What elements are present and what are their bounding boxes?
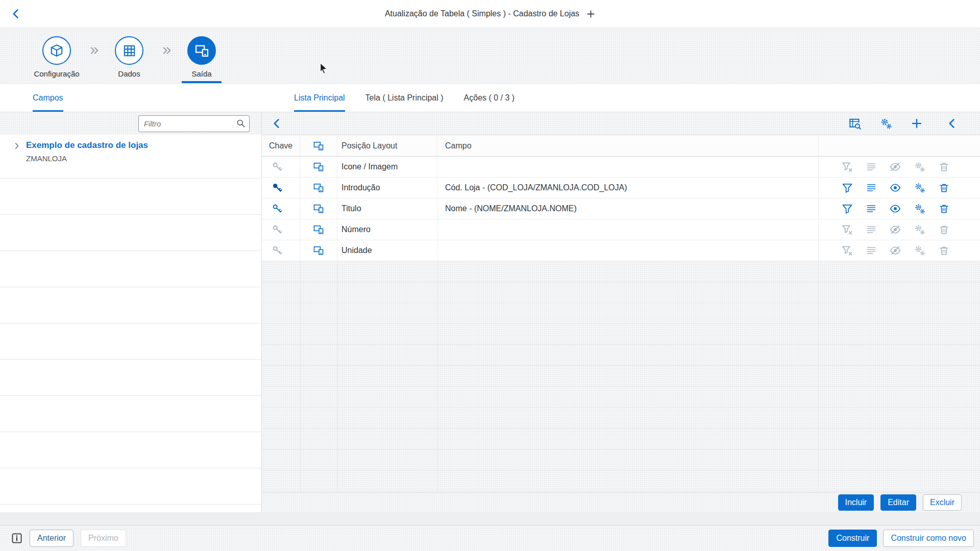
column-divider (818, 261, 819, 492)
fields-panel: Exemplo de cadastro de lojas ZMANLOJA (0, 112, 262, 512)
step-separator-chevrons-icon (162, 45, 172, 56)
text-lines-icon (866, 162, 876, 172)
key-icon[interactable] (272, 183, 282, 193)
delete-icon[interactable] (939, 183, 949, 193)
text-lines-icon[interactable] (866, 204, 876, 214)
tree-item-title: Exemplo de cadastro de lojas (26, 139, 256, 152)
table-grid-icon (123, 44, 136, 57)
filter-icon[interactable] (842, 203, 853, 214)
cell-posicao: Titulo (337, 198, 437, 219)
incluir-button[interactable]: Incluir (838, 494, 874, 511)
step-label: Saída (191, 69, 211, 78)
header-posicao-layout: Posição Layout (337, 135, 437, 156)
header-layout-icon (300, 135, 337, 156)
tree-item-subtitle: ZMANLOJA (26, 152, 256, 165)
delete-icon (939, 224, 949, 235)
text-lines-icon (866, 224, 876, 235)
proximo-button: Próximo (81, 530, 126, 547)
clear-filter-icon (842, 245, 853, 256)
expand-chevron-icon[interactable] (13, 142, 20, 149)
search-icon[interactable] (236, 119, 246, 128)
message-info-button[interactable] (11, 533, 22, 544)
tabs-row: Campos Lista Principal Tela ( Lista Prin… (0, 84, 980, 112)
tab-label: Tela ( Lista Principal ) (365, 93, 444, 103)
info-icon (11, 533, 22, 544)
row-actions (819, 219, 980, 240)
settings-button[interactable] (880, 117, 892, 130)
multi-screen-icon (195, 44, 209, 58)
tree-item-tabela[interactable]: Exemplo de cadastro de lojas ZMANLOJA (0, 135, 261, 178)
output-panel: Chave Posição Layout Campo Icone / Image… (262, 112, 980, 512)
add-button[interactable] (586, 10, 595, 18)
chevron-left-icon (946, 118, 958, 129)
anterior-button[interactable]: Anterior (30, 530, 74, 547)
delete-icon (939, 245, 949, 256)
step-saida[interactable]: Saída (187, 36, 216, 78)
eye-icon[interactable] (890, 203, 901, 214)
toolbar-actions (849, 117, 958, 130)
filter-icon[interactable] (842, 182, 853, 193)
empty-table-rows (262, 261, 980, 492)
page-title: Atualização de Tabela ( Simples ) - Cada… (385, 9, 579, 18)
settings-gears-icon[interactable] (914, 182, 925, 193)
table-search-button[interactable] (849, 117, 861, 130)
header-actions (819, 135, 980, 156)
cell-campo (437, 157, 819, 177)
table-row[interactable]: Icone / Imagem (262, 157, 980, 178)
column-divider (337, 261, 338, 492)
step-circle (187, 36, 216, 65)
construir-button[interactable]: Construir (828, 530, 877, 547)
table-row[interactable]: Número (262, 219, 980, 240)
cell-posicao: Introdução (337, 178, 437, 198)
table-search-icon (849, 117, 861, 130)
step-separator-chevrons-icon (89, 45, 100, 56)
cell-campo: Nome - (NOME/ZMANLOJA.NOME) (437, 198, 819, 219)
table-row[interactable]: Introdução Cód. Loja - (COD_LOJA/ZMANLOJ… (262, 178, 980, 198)
tab-acoes[interactable]: Ações ( 0 / 3 ) (464, 84, 515, 112)
footer-right: Construir Construir como novo (828, 530, 974, 547)
row-actions (819, 240, 980, 261)
editar-button[interactable]: Editar (880, 494, 916, 511)
collapse-left-button[interactable] (271, 118, 282, 129)
tab-tela-lista-principal[interactable]: Tela ( Lista Principal ) (365, 84, 444, 112)
delete-icon[interactable] (939, 204, 949, 214)
step-circle (115, 36, 143, 65)
step-dados[interactable]: Dados (115, 36, 143, 78)
multi-screen-icon (313, 162, 324, 172)
title-wrap: Atualização de Tabela ( Simples ) - Cada… (385, 9, 595, 18)
text-lines-icon[interactable] (866, 183, 876, 193)
multi-screen-icon (313, 224, 324, 235)
settings-gears-icon[interactable] (914, 203, 925, 214)
table-row[interactable]: Titulo Nome - (NOME/ZMANLOJA.NOME) (262, 198, 980, 219)
cell-campo: Cód. Loja - (COD_LOJA/ZMANLOJA.COD_LOJA) (437, 178, 819, 198)
table-row[interactable]: Unidade (262, 240, 980, 261)
background-strip (0, 512, 980, 525)
step-configuracao[interactable]: Configuração (42, 36, 71, 78)
tab-campos[interactable]: Campos (33, 84, 63, 112)
table-footer: Incluir Editar Excluir (262, 492, 980, 512)
key-icon (272, 162, 282, 172)
main-tabs: Lista Principal Tela ( Lista Principal )… (262, 84, 514, 112)
wizard-steps-bar: Configuração Dados Saída (0, 28, 980, 84)
construir-como-novo-button[interactable]: Construir como novo (883, 530, 974, 547)
key-icon (272, 224, 282, 235)
filter-input[interactable] (138, 115, 250, 132)
collapse-right-button[interactable] (946, 118, 958, 129)
key-icon[interactable] (272, 204, 282, 214)
step-label: Configuração (34, 69, 79, 78)
add-row-button[interactable] (911, 118, 922, 129)
header-chave: Chave (262, 135, 300, 156)
tab-lista-principal[interactable]: Lista Principal (294, 84, 345, 112)
row-actions (819, 178, 980, 198)
eye-off-icon (890, 161, 901, 172)
eye-icon[interactable] (890, 182, 901, 193)
text-lines-icon (866, 245, 876, 256)
back-button[interactable] (10, 8, 21, 19)
tab-label: Ações ( 0 / 3 ) (464, 93, 515, 103)
delete-icon (939, 162, 949, 172)
step-label: Dados (118, 69, 140, 78)
row-actions (819, 198, 980, 219)
excluir-button[interactable]: Excluir (923, 494, 962, 511)
page-footer: Anterior Próximo Construir Construir com… (0, 525, 980, 551)
tab-label: Lista Principal (294, 93, 345, 103)
